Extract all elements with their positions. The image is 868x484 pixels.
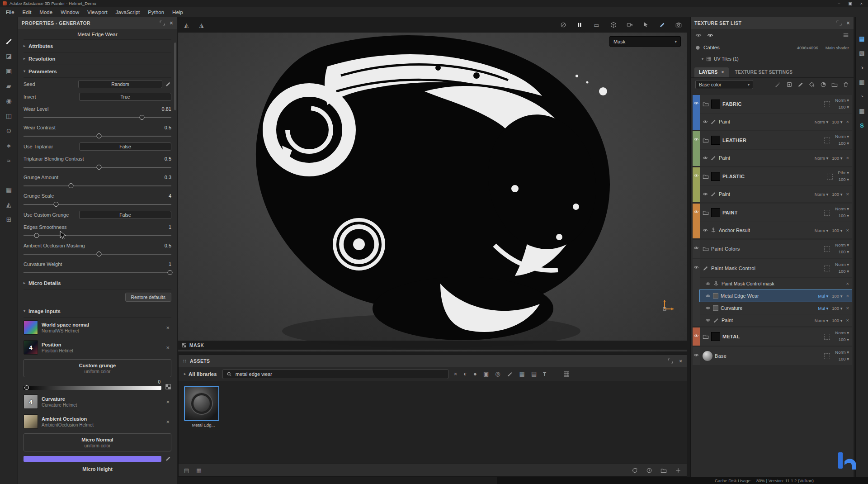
menu-file[interactable]: File — [2, 7, 19, 17]
properties-panel-icon[interactable]: ▧ — [859, 50, 866, 57]
blend-opacity-controls[interactable]: Norm ▾100 ▾ — [835, 133, 849, 147]
clone-tool-icon[interactable]: ◫ — [5, 112, 13, 120]
curvature-thumbnail[interactable]: 4 — [24, 394, 38, 409]
assets-search-box[interactable] — [222, 369, 448, 379]
display-settings-icon[interactable]: ◑ — [859, 64, 866, 71]
section-image-inputs[interactable]: ▾Image inputs — [24, 305, 171, 318]
smart-materials-filter-icon[interactable]: ● — [473, 370, 477, 377]
hide-ui-icon[interactable] — [560, 22, 566, 28]
add-effect-wand-icon[interactable] — [775, 81, 781, 88]
mask-slot[interactable] — [824, 210, 830, 216]
uv-view-icon[interactable]: ⊞ — [5, 215, 13, 223]
remove-effect-icon[interactable]: × — [846, 119, 849, 124]
eye-icon[interactable] — [693, 265, 699, 270]
layer-row[interactable]: Paint Norm ▾100 ▾× — [700, 150, 852, 166]
micro-normal-color-swatch[interactable] — [24, 456, 161, 462]
eye-icon[interactable] — [703, 119, 708, 124]
material-picker-tool-icon[interactable]: ⊙ — [5, 127, 13, 135]
menu-window[interactable]: Window — [57, 7, 83, 17]
fonts-filter-icon[interactable]: T — [543, 371, 546, 377]
grunge-scale-slider[interactable] — [24, 201, 171, 208]
add-paint-layer-icon[interactable] — [797, 81, 804, 88]
eye-icon[interactable] — [705, 293, 711, 299]
edit-mode-pencil-icon[interactable] — [659, 22, 665, 28]
panel-menu-burger-icon[interactable] — [843, 32, 849, 38]
detach-panel-icon[interactable] — [667, 358, 674, 364]
invert-toggle-button[interactable]: True — [79, 93, 171, 101]
grayscale-slider[interactable] — [24, 386, 161, 390]
ambient-occlusion-thumbnail[interactable] — [24, 414, 38, 429]
edit-seed-pencil-icon[interactable] — [165, 81, 171, 87]
assets-shelf-icon[interactable]: ▤ — [859, 35, 866, 43]
section-resolution[interactable]: ▸Resolution — [24, 52, 171, 65]
path-tool-icon[interactable]: ≈ — [5, 157, 13, 165]
snapshot-camera-icon[interactable] — [675, 22, 682, 28]
eye-icon[interactable] — [705, 305, 711, 311]
slider-knob[interactable] — [139, 115, 144, 120]
history-panel-icon[interactable]: ◔ — [859, 93, 866, 100]
transform-cursor-icon[interactable] — [643, 22, 649, 28]
materials-filter-icon[interactable]: ◐ — [463, 370, 467, 377]
slider-knob[interactable] — [167, 270, 172, 275]
mask-slot[interactable] — [824, 353, 830, 359]
layer-row[interactable]: METAL Norm ▾100 ▾ — [700, 327, 852, 346]
triplanar-blending-slider[interactable] — [24, 164, 171, 171]
close-button[interactable]: × — [860, 1, 863, 6]
navigation-gizmo[interactable] — [661, 296, 677, 313]
slider-knob[interactable] — [96, 133, 101, 138]
list-view-icon[interactable]: ▤ — [184, 467, 189, 474]
section-parameters[interactable]: ▾Parameters — [24, 65, 171, 78]
menu-javascript[interactable]: JavaScript — [112, 7, 144, 17]
layer-row[interactable]: Paint Norm ▾100 ▾× — [700, 186, 852, 202]
menu-python[interactable]: Python — [144, 7, 168, 17]
tab-texture-set-settings[interactable]: TEXTURE SET SETTINGS — [731, 67, 797, 77]
all-libraries-dropdown[interactable]: ▸All libraries — [184, 371, 217, 377]
eye-icon[interactable] — [705, 318, 711, 323]
mask-slot[interactable] — [824, 334, 830, 340]
close-panel-icon[interactable]: × — [847, 20, 850, 26]
recent-assets-icon[interactable] — [646, 467, 652, 474]
layer-row[interactable]: Paint Mask Control Norm ▾100 ▾ — [700, 259, 852, 277]
refresh-assets-icon[interactable] — [632, 467, 638, 474]
texture-set-shader[interactable]: Main shader — [826, 45, 849, 50]
asset-tile[interactable]: Metal Edg... — [184, 386, 223, 427]
close-panel-icon[interactable]: × — [679, 358, 682, 364]
blend-opacity-controls[interactable]: Norm ▾100 ▾ — [835, 330, 849, 343]
render-frame-icon[interactable]: ▭ — [593, 21, 600, 29]
layer-thumbnail[interactable] — [711, 208, 720, 217]
blend-opacity-controls[interactable]: Norm ▾100 ▾ — [835, 261, 849, 275]
layer-thumbnail[interactable] — [711, 100, 720, 109]
view-options-grid-icon[interactable] — [563, 371, 570, 377]
clear-search-icon[interactable]: × — [454, 370, 458, 377]
layer-row[interactable]: Paint Norm ▾100 ▾× — [700, 314, 852, 326]
assets-search-input[interactable] — [235, 371, 444, 377]
mask-slot[interactable] — [824, 101, 830, 107]
close-tab-icon[interactable]: × — [721, 70, 724, 75]
position-thumbnail[interactable]: 4 — [24, 340, 38, 355]
remove-effect-icon[interactable]: × — [846, 318, 849, 323]
eraser-tool-icon[interactable]: ◪ — [5, 52, 13, 60]
channel-dropdown[interactable]: Base color ▾ — [695, 80, 753, 89]
layer-row[interactable]: PAINT Norm ▾100 ▾ — [700, 204, 852, 222]
material-sphere-thumbnail[interactable] — [703, 351, 712, 361]
3d-viewport[interactable]: Mask ▾ MASK — [178, 33, 687, 351]
mask-slot[interactable] — [824, 246, 830, 252]
layer-thumbnail[interactable] — [711, 136, 720, 145]
layer-row[interactable]: Curvature Mul ▾100 ▾× — [700, 302, 852, 314]
slider-knob[interactable] — [68, 183, 73, 188]
asset-thumbnail[interactable] — [184, 386, 219, 421]
channel-select-dropdown[interactable]: Mask ▾ — [609, 36, 681, 47]
eye-icon[interactable] — [703, 228, 708, 233]
properties-scrollbar[interactable] — [174, 43, 176, 110]
remove-effect-icon[interactable]: × — [846, 293, 849, 299]
menu-mode[interactable]: Mode — [35, 7, 57, 17]
blend-opacity-controls[interactable]: Norm ▾100 ▾ — [835, 242, 849, 255]
blend-opacity-controls[interactable]: Norm ▾100 ▾ — [835, 97, 849, 110]
particles-tool-icon[interactable]: ∗ — [5, 142, 13, 150]
eye-icon[interactable] — [693, 137, 699, 142]
symmetry-icon[interactable]: ◭ — [5, 200, 13, 209]
remove-effect-icon[interactable]: × — [846, 228, 849, 233]
ao-masking-slider[interactable] — [24, 251, 171, 257]
clear-input-icon[interactable]: × — [164, 344, 171, 351]
camera-view-icon[interactable] — [627, 22, 633, 28]
